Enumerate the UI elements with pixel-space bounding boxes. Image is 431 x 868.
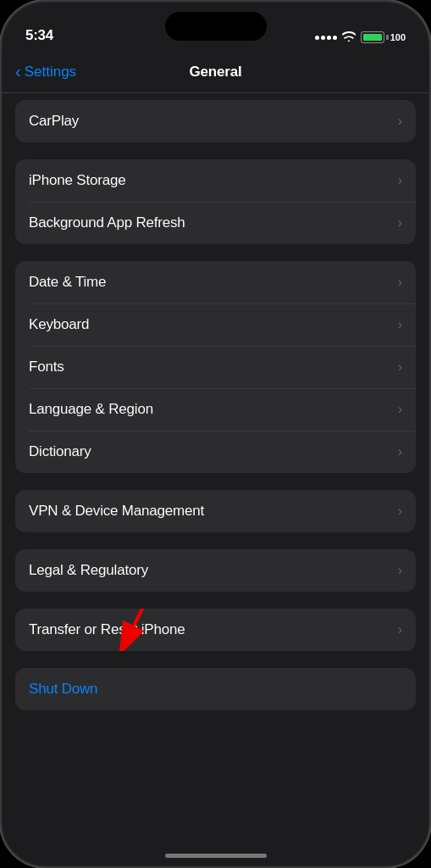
- keyboard-label: Keyboard: [29, 316, 89, 333]
- legal-chevron-icon: ›: [398, 563, 402, 578]
- date-time-row[interactable]: Date & Time ›: [15, 261, 416, 303]
- dictionary-label: Dictionary: [29, 443, 91, 460]
- date-time-label: Date & Time: [29, 274, 106, 291]
- vpn-chevron-icon: ›: [398, 504, 402, 519]
- home-indicator: [165, 854, 267, 858]
- legal-row[interactable]: Legal & Regulatory ›: [15, 549, 416, 592]
- scroll-content: CarPlay › iPhone Storage › Background Ap…: [2, 93, 429, 866]
- phone-frame: 5:34 100 ‹: [0, 0, 431, 868]
- language-region-label: Language & Region: [29, 401, 153, 418]
- carplay-label: CarPlay: [29, 113, 79, 130]
- storage-section: iPhone Storage › Background App Refresh …: [15, 159, 416, 244]
- fonts-chevron-icon: ›: [398, 359, 402, 375]
- dynamic-island: [165, 12, 267, 41]
- vpn-label: VPN & Device Management: [29, 503, 204, 520]
- background-app-refresh-label: Background App Refresh: [29, 214, 185, 231]
- page-title: General: [190, 64, 242, 81]
- shutdown-section: Shut Down: [15, 668, 416, 710]
- keyboard-row[interactable]: Keyboard ›: [15, 303, 416, 346]
- locale-section: Date & Time › Keyboard › Fonts › Languag…: [15, 261, 416, 473]
- shutdown-label: Shut Down: [29, 681, 97, 698]
- battery-label: 100: [390, 32, 406, 42]
- iphone-storage-row[interactable]: iPhone Storage ›: [15, 159, 416, 202]
- reset-section: Transfer or Reset iPhone ›: [15, 609, 416, 651]
- legal-label: Legal & Regulatory: [29, 562, 148, 579]
- carplay-section: CarPlay ›: [15, 100, 416, 142]
- iphone-storage-chevron-icon: ›: [398, 173, 402, 188]
- iphone-storage-label: iPhone Storage: [29, 172, 125, 189]
- background-app-refresh-chevron-icon: ›: [398, 215, 402, 231]
- keyboard-chevron-icon: ›: [398, 317, 402, 332]
- vpn-section: VPN & Device Management ›: [15, 490, 416, 532]
- back-label: Settings: [25, 64, 76, 81]
- vpn-row[interactable]: VPN & Device Management ›: [15, 490, 416, 532]
- date-time-chevron-icon: ›: [398, 275, 402, 290]
- background-app-refresh-row[interactable]: Background App Refresh ›: [15, 202, 416, 244]
- transfer-reset-chevron-icon: ›: [398, 622, 402, 637]
- wifi-icon: [342, 31, 356, 44]
- dictionary-row[interactable]: Dictionary ›: [15, 431, 416, 473]
- status-time: 5:34: [25, 27, 53, 44]
- carplay-row[interactable]: CarPlay ›: [15, 100, 416, 142]
- transfer-reset-row[interactable]: Transfer or Reset iPhone ›: [15, 609, 416, 651]
- language-region-row[interactable]: Language & Region ›: [15, 388, 416, 431]
- back-button[interactable]: ‹ Settings: [15, 63, 76, 81]
- carplay-chevron-icon: ›: [398, 114, 402, 129]
- fonts-label: Fonts: [29, 359, 64, 376]
- dictionary-chevron-icon: ›: [398, 444, 402, 459]
- transfer-reset-label: Transfer or Reset iPhone: [29, 621, 185, 638]
- status-icons: 100: [315, 31, 406, 44]
- nav-bar: ‹ Settings General: [2, 51, 429, 93]
- battery-icon: 100: [361, 31, 406, 43]
- language-region-chevron-icon: ›: [398, 402, 402, 417]
- shutdown-row[interactable]: Shut Down: [15, 668, 416, 710]
- back-chevron-icon: ‹: [15, 62, 21, 81]
- signal-icon: [315, 36, 337, 40]
- fonts-row[interactable]: Fonts ›: [15, 346, 416, 388]
- legal-section: Legal & Regulatory ›: [15, 549, 416, 592]
